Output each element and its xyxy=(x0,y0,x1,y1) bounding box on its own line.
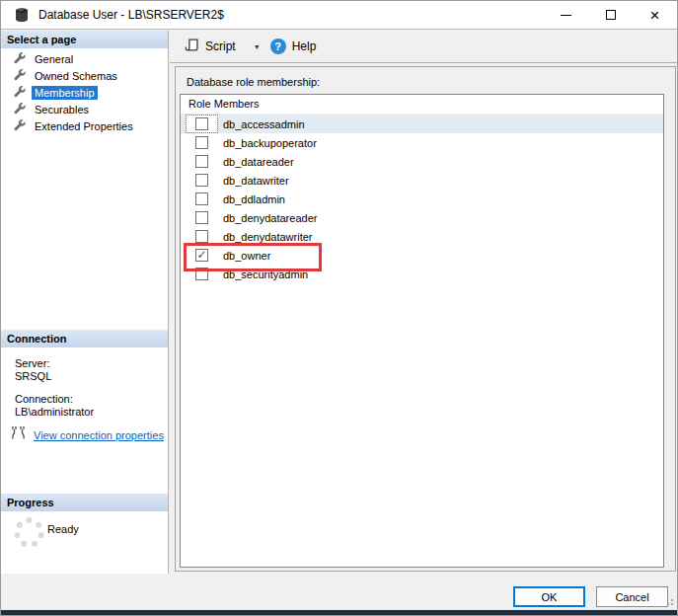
role-name: db_denydatareader xyxy=(223,212,317,224)
dialog-toolbar: Script ▼ ? Help xyxy=(170,31,677,63)
role-row-db_denydatareader[interactable]: db_denydatareader xyxy=(181,208,663,227)
help-button[interactable]: ? Help xyxy=(270,38,317,54)
maximize-button[interactable] xyxy=(588,1,633,29)
window-controls: × xyxy=(544,1,677,29)
role-row-db_denydatawriter[interactable]: db_denydatawriter xyxy=(181,227,663,246)
role-name: db_securityadmin xyxy=(223,269,308,280)
minimize-icon xyxy=(561,15,571,16)
role-row-db_securityadmin[interactable]: db_securityadmin xyxy=(181,265,663,283)
role-row-db_datareader[interactable]: db_datareader xyxy=(181,152,663,171)
script-dropdown-arrow-icon[interactable]: ▼ xyxy=(250,43,264,50)
role-checkbox[interactable] xyxy=(195,211,208,224)
membership-page-panel: Database role membership: Role Members d… xyxy=(175,66,676,572)
role-checkbox[interactable] xyxy=(195,155,208,168)
role-checkbox[interactable] xyxy=(195,230,208,243)
cancel-button[interactable]: Cancel xyxy=(596,586,668,607)
connection-header: Connection xyxy=(1,330,168,347)
window-title: Database User - LB\SRSERVER2$ xyxy=(38,8,224,22)
role-name: db_datareader xyxy=(223,156,294,168)
role-checkbox[interactable] xyxy=(195,117,208,130)
role-checkbox-cell xyxy=(187,191,217,207)
role-row-db_accessadmin[interactable]: db_accessadmin xyxy=(181,115,663,133)
wrench-icon xyxy=(14,103,26,116)
bottom-edge-strip xyxy=(1,610,678,616)
sidebar-item-owned-schemas[interactable]: Owned Schemas xyxy=(1,67,169,84)
wrench-icon xyxy=(14,86,26,100)
maximize-icon xyxy=(606,10,616,20)
role-row-db_datawriter[interactable]: db_datawriter xyxy=(181,171,663,190)
select-a-page-header: Select a page xyxy=(1,31,168,48)
title-bar: Database User - LB\SRSERVER2$ × xyxy=(1,1,677,30)
progress-spinner-icon xyxy=(14,517,44,548)
ok-button[interactable]: OK xyxy=(513,586,585,607)
sidebar-item-general[interactable]: General xyxy=(1,50,169,67)
role-name: db_ddladmin xyxy=(223,193,285,205)
select-a-page-list: GeneralOwned SchemasMembershipSecurables… xyxy=(1,50,169,134)
minimize-button[interactable] xyxy=(544,1,588,29)
script-button-label: Script xyxy=(205,39,236,53)
view-connection-properties-link[interactable]: View connection properties xyxy=(34,429,164,441)
role-name: db_backupoperator xyxy=(223,137,317,149)
role-checkbox-cell xyxy=(187,153,217,170)
checkmark-icon: ✓ xyxy=(196,249,206,261)
sidebar-item-label: Owned Schemas xyxy=(32,69,120,83)
sidebar-item-securables[interactable]: Securables xyxy=(1,101,169,117)
script-icon xyxy=(185,38,199,56)
role-name: db_datawriter xyxy=(223,175,289,187)
help-button-label: Help xyxy=(292,39,317,53)
sidebar-item-label: Extended Properties xyxy=(32,119,136,133)
connection-label: Connection: xyxy=(15,393,73,405)
server-value: SRSQL xyxy=(15,370,51,382)
sidebar-item-label: Securables xyxy=(32,103,92,116)
role-members-listbox: Role Members db_accessadmindb_backupoper… xyxy=(180,94,664,568)
role-name: db_denydatawriter xyxy=(223,231,313,243)
server-label: Server: xyxy=(15,357,49,369)
sidebar-item-label: General xyxy=(32,52,76,66)
role-name: db_accessadmin xyxy=(223,118,305,130)
database-user-dialog: Database User - LB\SRSERVER2$ × Select a… xyxy=(0,0,678,616)
role-checkbox-cell xyxy=(187,266,217,282)
connection-properties-icon xyxy=(10,425,27,444)
role-checkbox[interactable] xyxy=(195,268,208,280)
role-row-db_owner[interactable]: ✓db_owner xyxy=(181,246,663,265)
sidebar-item-label: Membership xyxy=(32,86,98,100)
role-checkbox-cell xyxy=(187,116,217,132)
script-button[interactable]: Script xyxy=(181,35,240,58)
close-icon: × xyxy=(650,7,660,24)
sidebar: Select a page GeneralOwned SchemasMember… xyxy=(1,31,169,574)
close-button[interactable]: × xyxy=(633,1,677,29)
role-checkbox[interactable]: ✓ xyxy=(195,249,208,262)
role-checkbox-cell: ✓ xyxy=(187,247,217,264)
role-checkbox-cell xyxy=(187,172,217,189)
role-name: db_owner xyxy=(223,250,270,262)
role-checkbox[interactable] xyxy=(195,136,208,149)
role-members-column-header: Role Members xyxy=(181,95,663,115)
database-role-membership-label: Database role membership: xyxy=(187,76,320,88)
role-row-db_backupoperator[interactable]: db_backupoperator xyxy=(181,133,663,152)
role-checkbox[interactable] xyxy=(195,192,208,205)
sidebar-item-extended-properties[interactable]: Extended Properties xyxy=(1,117,169,134)
progress-header: Progress xyxy=(1,494,168,511)
resize-grip[interactable] xyxy=(671,599,673,601)
role-checkbox-cell xyxy=(187,228,217,245)
database-icon xyxy=(14,7,30,23)
sidebar-item-membership[interactable]: Membership xyxy=(1,84,169,101)
progress-status: Ready xyxy=(47,523,79,535)
connection-properties-row: View connection properties xyxy=(10,425,164,444)
wrench-icon xyxy=(14,52,26,66)
role-checkbox-cell xyxy=(187,134,217,151)
connection-value: LB\administrator xyxy=(15,406,94,418)
help-icon: ? xyxy=(270,38,286,54)
role-checkbox[interactable] xyxy=(195,174,208,187)
role-members-list: db_accessadmindb_backupoperatordb_datare… xyxy=(181,115,663,283)
role-row-db_ddladmin[interactable]: db_ddladmin xyxy=(181,190,663,208)
wrench-icon xyxy=(14,69,26,83)
wrench-icon xyxy=(14,119,26,133)
role-checkbox-cell xyxy=(187,209,217,226)
